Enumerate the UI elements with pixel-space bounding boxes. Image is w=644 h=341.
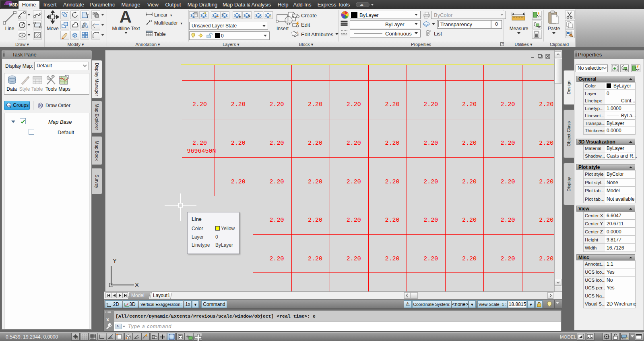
svg-text:2.20: 2.20	[501, 256, 515, 262]
svg-text:2.20: 2.20	[501, 217, 515, 224]
svg-text:2.20: 2.20	[462, 140, 477, 147]
svg-text:2.20: 2.20	[269, 140, 284, 147]
svg-text:2.20: 2.20	[308, 256, 322, 262]
svg-text:2.20: 2.20	[269, 179, 284, 185]
svg-text:2.20: 2.20	[308, 101, 322, 108]
svg-text:2.20: 2.20	[462, 101, 477, 108]
svg-text:2.20: 2.20	[539, 217, 553, 224]
svg-text:2.20: 2.20	[385, 179, 399, 185]
svg-text:2.20: 2.20	[539, 101, 553, 108]
svg-text:2.20: 2.20	[192, 140, 207, 147]
svg-text:2.20: 2.20	[462, 179, 477, 185]
svg-text:2: 2	[76, 337, 78, 340]
svg-text:2.20: 2.20	[501, 101, 515, 108]
svg-text:2.20: 2.20	[385, 101, 399, 108]
svg-text:2.20: 2.20	[423, 217, 438, 224]
svg-text:2.20: 2.20	[269, 217, 284, 224]
svg-text:2.20: 2.20	[501, 140, 515, 147]
svg-text:2.20: 2.20	[347, 140, 361, 147]
svg-text:2.20: 2.20	[308, 179, 322, 185]
svg-text:2.20: 2.20	[423, 179, 438, 185]
svg-text:2.20: 2.20	[347, 179, 361, 185]
svg-text:2.20: 2.20	[231, 140, 246, 147]
svg-text:2.20: 2.20	[308, 140, 322, 147]
svg-text:2.20: 2.20	[269, 101, 284, 108]
svg-text:2.20: 2.20	[308, 217, 322, 224]
svg-text:2.20: 2.20	[385, 217, 399, 224]
svg-text:2.20: 2.20	[347, 101, 361, 108]
svg-text:2.20: 2.20	[423, 101, 438, 108]
svg-text:2.20: 2.20	[539, 179, 553, 185]
svg-text:2.20: 2.20	[347, 217, 361, 224]
svg-text:2.20: 2.20	[385, 256, 399, 262]
svg-text:2.20: 2.20	[231, 101, 246, 108]
svg-text:9696450N: 9696450N	[187, 148, 216, 155]
svg-text:2.20: 2.20	[462, 217, 477, 224]
svg-text:2.20: 2.20	[423, 256, 438, 262]
svg-text:2.20: 2.20	[231, 179, 246, 185]
svg-text:2.20: 2.20	[539, 140, 553, 147]
svg-text:2.20: 2.20	[462, 256, 477, 262]
svg-text:2.20: 2.20	[501, 179, 515, 185]
svg-text:2.20: 2.20	[539, 256, 553, 262]
svg-text:2.20: 2.20	[385, 140, 399, 147]
svg-text:2.20: 2.20	[347, 256, 361, 262]
svg-text:2.20: 2.20	[423, 140, 438, 147]
svg-text:X: X	[135, 281, 139, 288]
svg-text:Y: Y	[113, 257, 117, 264]
svg-text:2.20: 2.20	[269, 256, 284, 262]
svg-text:2.20: 2.20	[192, 101, 207, 108]
